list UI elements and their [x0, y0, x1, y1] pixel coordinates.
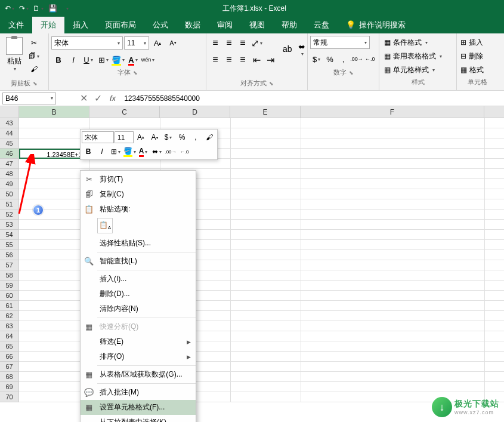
align-middle-button[interactable]: ≡ — [222, 36, 236, 50]
mini-comma[interactable]: , — [189, 131, 202, 143]
row-header-63[interactable]: 63 — [0, 321, 19, 331]
format-as-table-button[interactable]: ▦套用表格格式▾ — [382, 50, 454, 63]
col-header-B[interactable]: B — [19, 106, 89, 118]
mini-border[interactable]: ⊞▾ — [109, 146, 122, 158]
number-launcher-icon[interactable]: ⬊ — [349, 70, 354, 76]
menu-pick-list[interactable]: 从下拉列表中选择(K)... — [81, 415, 196, 422]
row-header-43[interactable]: 43 — [0, 118, 19, 128]
row-header-49[interactable]: 49 — [0, 179, 19, 189]
mini-inc-decimal[interactable]: .00→ — [164, 146, 177, 158]
selected-cell[interactable]: 1.23458E+18 — [19, 149, 89, 159]
insert-cells-button[interactable]: ⊞插入 — [459, 36, 495, 49]
wrap-text-button[interactable]: ab — [283, 37, 292, 61]
increase-decimal-button[interactable]: .00→ — [350, 53, 363, 66]
delete-cells-button[interactable]: ⊟删除 — [459, 50, 495, 63]
row-header-52[interactable]: 52 — [0, 210, 19, 220]
qat-new-icon[interactable]: 🗋▾ — [32, 2, 44, 14]
col-header-F[interactable]: F — [301, 106, 484, 118]
row-header-46[interactable]: 46 — [0, 149, 19, 159]
mini-accounting[interactable]: $▾ — [162, 131, 175, 143]
clipboard-launcher-icon[interactable]: ⬊ — [33, 81, 38, 87]
paste-option-default[interactable]: 📋A — [97, 218, 113, 233]
enter-button[interactable]: ✓ — [91, 91, 105, 106]
font-color-button[interactable]: A▾ — [126, 53, 140, 66]
row-header-61[interactable]: 61 — [0, 301, 19, 311]
mini-italic[interactable]: I — [95, 146, 109, 158]
row-header-44[interactable]: 44 — [0, 128, 19, 138]
menu-smart-lookup[interactable]: 🔍智能查找(L) — [81, 254, 196, 269]
decrease-font-button[interactable]: A▾ — [166, 36, 180, 50]
mini-percent[interactable]: % — [175, 131, 188, 143]
fx-icon[interactable]: fx — [105, 94, 120, 103]
phonetic-button[interactable]: wén▾ — [141, 53, 155, 66]
decrease-decimal-button[interactable]: ←.0 — [364, 53, 376, 66]
qat-save-icon[interactable]: 💾 — [47, 2, 58, 14]
row-header-69[interactable]: 69 — [0, 382, 19, 392]
mini-increase-font[interactable]: A▴ — [134, 131, 147, 143]
tab-data[interactable]: 数据 — [177, 17, 209, 33]
mini-fill-color[interactable]: 🪣▾ — [123, 146, 136, 158]
cut-button[interactable]: ✂ — [27, 37, 41, 49]
font-launcher-icon[interactable]: ⬊ — [133, 70, 138, 76]
align-bottom-button[interactable]: ≡ — [236, 36, 249, 50]
row-header-48[interactable]: 48 — [0, 169, 19, 179]
row-header-68[interactable]: 68 — [0, 372, 19, 382]
formula-input[interactable] — [120, 93, 504, 104]
row-header-65[interactable]: 65 — [0, 341, 19, 352]
mini-decrease-font[interactable]: A▾ — [148, 131, 161, 143]
bold-button[interactable]: B — [51, 53, 66, 66]
align-right-button[interactable]: ≡ — [236, 53, 249, 66]
row-header-67[interactable]: 67 — [0, 362, 19, 372]
qat-undo-icon[interactable]: ↶▾ — [4, 2, 16, 14]
alignment-launcher-icon[interactable]: ⬊ — [269, 81, 274, 87]
menu-cut[interactable]: ✂剪切(T) — [81, 172, 196, 187]
tab-cloud[interactable]: 云盘 — [305, 17, 338, 33]
menu-paste-special[interactable]: 选择性粘贴(S)... — [81, 236, 196, 251]
menu-copy[interactable]: 🗐复制(C) — [81, 187, 196, 202]
row-header-58[interactable]: 58 — [0, 270, 19, 281]
tab-insert[interactable]: 插入 — [64, 17, 97, 33]
mini-dec-decimal[interactable]: ←.0 — [178, 146, 191, 158]
tab-tell-me[interactable]: 💡 操作说明搜索 — [338, 17, 414, 33]
tab-home[interactable]: 开始 — [32, 17, 64, 33]
qat-customize-icon[interactable]: ▾ — [61, 2, 73, 14]
row-header-62[interactable]: 62 — [0, 311, 19, 321]
decrease-indent-button[interactable]: ⇤ — [250, 53, 263, 66]
increase-font-button[interactable]: A▴ — [150, 36, 165, 50]
copy-button[interactable]: 🗐▾ — [27, 50, 41, 62]
tab-review[interactable]: 审阅 — [209, 17, 241, 33]
spreadsheet-grid[interactable]: B C D E F 434445464748495051525354555657… — [0, 106, 504, 422]
merge-button[interactable]: ⬌▾ — [298, 37, 305, 61]
align-left-button[interactable]: ≡ — [209, 53, 222, 66]
row-header-55[interactable]: 55 — [0, 240, 19, 250]
menu-clear[interactable]: 清除内容(N) — [81, 301, 196, 316]
tab-view[interactable]: 视图 — [241, 17, 273, 33]
menu-sort[interactable]: 排序(O)▶ — [81, 349, 196, 364]
menu-from-table[interactable]: ▦从表格/区域获取数据(G)... — [81, 367, 196, 382]
paste-button[interactable]: 粘贴 ▾ — [2, 35, 26, 72]
mini-font-color[interactable]: A▾ — [137, 146, 150, 158]
align-center-button[interactable]: ≡ — [222, 53, 236, 66]
font-size-select[interactable]: 11▾ — [124, 36, 149, 50]
fill-color-button[interactable]: 🪣▾ — [111, 53, 125, 66]
tab-file[interactable]: 文件 — [0, 17, 32, 33]
increase-indent-button[interactable]: ⇥ — [264, 53, 277, 66]
cancel-button[interactable]: ✕ — [76, 91, 91, 106]
mini-font-select[interactable]: 宋体 — [82, 131, 114, 143]
align-top-button[interactable]: ≡ — [209, 36, 222, 50]
orientation-button[interactable]: ⤢▾ — [250, 36, 263, 50]
row-header-64[interactable]: 64 — [0, 331, 19, 341]
select-all-button[interactable] — [0, 106, 19, 118]
underline-button[interactable]: U▾ — [81, 53, 95, 66]
menu-filter[interactable]: 筛选(E)▶ — [81, 334, 196, 349]
mini-size-select[interactable]: 11 — [115, 131, 134, 143]
menu-delete[interactable]: 删除(D)... — [81, 287, 196, 301]
row-header-53[interactable]: 53 — [0, 220, 19, 230]
mini-format-painter[interactable]: 🖌 — [203, 131, 216, 143]
row-header-45[interactable]: 45 — [0, 138, 19, 149]
conditional-formatting-button[interactable]: ▦条件格式▾ — [382, 36, 454, 49]
row-header-50[interactable]: 50 — [0, 189, 19, 199]
tab-help[interactable]: 帮助 — [273, 17, 305, 33]
tab-page-layout[interactable]: 页面布局 — [97, 17, 144, 33]
accounting-button[interactable]: $▾ — [310, 53, 323, 66]
